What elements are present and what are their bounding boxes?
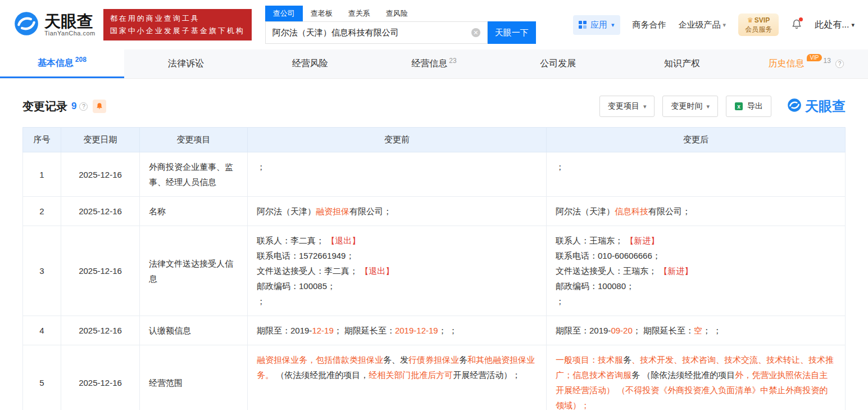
change-record-table: 序号 变更日期 变更项目 变更前 变更后 12025-12-16外商投资企业董事… bbox=[22, 127, 846, 410]
slogan-line-2: 国家中小企业发展子基金旗下机构 bbox=[110, 25, 245, 37]
filter-label: 变更时间 bbox=[671, 101, 702, 111]
row-before-cell: 联系人：李二真； 【退出】联系电话：1572661949；文件送达接受人：李二真… bbox=[248, 226, 547, 316]
section-title: 变更记录 bbox=[22, 99, 67, 114]
tab-history-info[interactable]: 历史信息 VIP 13 ? bbox=[744, 49, 868, 78]
chevron-down-icon: ▾ bbox=[723, 21, 726, 29]
row-after-cell: 期限至：2019-09-20； 期限延长至：空； ； bbox=[547, 316, 846, 345]
table-row: 32025-12-16法律文件送达接受人信息联系人：李二真； 【退出】联系电话：… bbox=[23, 226, 846, 316]
tab-label: 基本信息 bbox=[38, 57, 74, 69]
table-header-row: 序号 变更日期 变更项目 变更前 变更后 bbox=[23, 128, 846, 152]
crown-icon: ♛ bbox=[747, 16, 753, 24]
svip-member-badge[interactable]: ♛SVIP 会员服务 bbox=[738, 13, 779, 36]
row-date-cell: 2025-12-16 bbox=[61, 345, 140, 410]
tab-count: 208 bbox=[75, 56, 87, 64]
notification-bell[interactable] bbox=[791, 19, 802, 31]
chevron-down-icon: ▾ bbox=[643, 103, 647, 110]
row-index-cell: 2 bbox=[23, 197, 61, 226]
row-item-cell: 认缴额信息 bbox=[140, 316, 248, 345]
filter-change-time-button[interactable]: 变更时间 ▾ bbox=[662, 96, 718, 117]
tab-label: 历史信息 bbox=[768, 58, 804, 70]
tab-legal[interactable]: 法律诉讼 bbox=[124, 49, 248, 78]
svg-text:x: x bbox=[737, 103, 740, 110]
col-header-after: 变更后 bbox=[547, 128, 846, 152]
export-button[interactable]: x 导出 bbox=[726, 96, 771, 117]
tab-count: 23 bbox=[449, 57, 456, 65]
user-menu[interactable]: 此处有... ▾ bbox=[815, 19, 855, 31]
search-tab-company[interactable]: 查公司 bbox=[265, 6, 303, 21]
search-input-value: 阿尔法（天津）信息科技有限公司 bbox=[272, 28, 399, 38]
row-item-cell: 外商投资企业董事、监事、经理人员信息 bbox=[140, 152, 248, 197]
row-index-cell: 5 bbox=[23, 345, 61, 410]
cooperation-label: 商务合作 bbox=[633, 20, 666, 30]
logo-text-en: TianYanCha.com bbox=[44, 30, 96, 37]
section-actions: 变更项目 ▾ 变更时间 ▾ x 导出 天眼查 bbox=[599, 96, 846, 117]
row-before-cell: 阿尔法（天津）融资担保有限公司； bbox=[248, 197, 547, 226]
search-tab-boss[interactable]: 查老板 bbox=[303, 6, 340, 21]
tab-company-development[interactable]: 公司发展 bbox=[496, 49, 620, 78]
enterprise-label: 企业级产品 bbox=[679, 20, 721, 30]
table-row: 22025-12-16名称阿尔法（天津）融资担保有限公司；阿尔法（天津）信息科技… bbox=[23, 197, 846, 226]
search-tab-risk[interactable]: 查风险 bbox=[378, 6, 416, 21]
header-nav: 应用 ▾ 商务合作 企业级产品 ▾ ♛SVIP 会员服务 此处有... ▾ bbox=[573, 13, 855, 36]
tab-basic-info[interactable]: 基本信息 208 bbox=[0, 49, 124, 78]
section-count: 9 bbox=[71, 101, 76, 112]
tab-count: 13 bbox=[824, 57, 831, 65]
row-after-cell: 联系人：王瑞东； 【新进】联系电话：010-60606666；文件送达接受人：王… bbox=[547, 226, 846, 316]
tianyancha-logo[interactable]: 天眼查 TianYanCha.com bbox=[13, 11, 96, 39]
search-tab-relation[interactable]: 查关系 bbox=[340, 6, 378, 21]
help-icon[interactable]: ? bbox=[79, 102, 88, 111]
bell-icon bbox=[96, 102, 103, 110]
search-input[interactable]: 阿尔法（天津）信息科技有限公司 ✕ bbox=[265, 21, 488, 44]
row-item-cell: 经营范围 bbox=[140, 345, 248, 410]
search-area: 查公司 查老板 查关系 查风险 阿尔法（天津）信息科技有限公司 ✕ 天眼一下 bbox=[265, 6, 536, 44]
row-index-cell: 1 bbox=[23, 152, 61, 197]
tab-label: 经营风险 bbox=[292, 58, 328, 70]
logo-text-cn: 天眼查 bbox=[44, 13, 96, 30]
filter-change-item-button[interactable]: 变更项目 ▾ bbox=[599, 96, 655, 117]
row-index-cell: 4 bbox=[23, 316, 61, 345]
tab-label: 公司发展 bbox=[540, 58, 576, 70]
watermark-text: 天眼查 bbox=[805, 97, 846, 115]
filter-label: 变更项目 bbox=[608, 101, 639, 111]
tab-label: 法律诉讼 bbox=[168, 58, 204, 70]
vip-badge: VIP bbox=[807, 54, 821, 61]
col-header-date: 变更日期 bbox=[61, 128, 140, 152]
search-tabs: 查公司 查老板 查关系 查风险 bbox=[265, 6, 536, 21]
col-header-index: 序号 bbox=[23, 128, 61, 152]
nav-item-cooperation[interactable]: 商务合作 bbox=[633, 20, 666, 30]
chevron-down-icon: ▾ bbox=[851, 21, 855, 29]
apps-label: 应用 bbox=[590, 20, 607, 30]
tab-operating-info[interactable]: 经营信息 23 bbox=[372, 49, 496, 78]
tab-intellectual-property[interactable]: 知识产权 bbox=[620, 49, 744, 78]
tianyancha-logo-icon bbox=[787, 98, 802, 115]
apps-menu[interactable]: 应用 ▾ bbox=[573, 15, 620, 35]
row-after-cell: 阿尔法（天津）信息科技有限公司； bbox=[547, 197, 846, 226]
row-before-cell: ； bbox=[248, 152, 547, 197]
chevron-down-icon: ▾ bbox=[706, 103, 710, 110]
nav-item-enterprise[interactable]: 企业级产品 ▾ bbox=[679, 20, 726, 30]
chevron-down-icon: ▾ bbox=[611, 21, 615, 29]
col-header-item: 变更项目 bbox=[140, 128, 248, 152]
export-label: 导出 bbox=[747, 101, 763, 111]
clear-icon[interactable]: ✕ bbox=[471, 28, 480, 37]
slogan-line-1: 都在用的商业查询工具 bbox=[110, 12, 245, 25]
notification-dot bbox=[799, 17, 803, 21]
row-before-cell: 融资担保业务，包括借款类担保业务、发行债券担保业务和其他融资担保业务。 （依法须… bbox=[248, 345, 547, 410]
col-header-before: 变更前 bbox=[248, 128, 547, 152]
table-row: 12025-12-16外商投资企业董事、监事、经理人员信息；； bbox=[23, 152, 846, 197]
monitor-bell-button[interactable] bbox=[93, 100, 106, 113]
row-date-cell: 2025-12-16 bbox=[61, 197, 140, 226]
search-button[interactable]: 天眼一下 bbox=[488, 21, 536, 44]
tab-label: 知识产权 bbox=[664, 58, 700, 70]
row-after-cell: ； bbox=[547, 152, 846, 197]
row-date-cell: 2025-12-16 bbox=[61, 226, 140, 316]
row-item-cell: 法律文件送达接受人信息 bbox=[140, 226, 248, 316]
help-icon[interactable]: ? bbox=[835, 60, 844, 68]
row-before-cell: 期限至：2019-12-19； 期限延长至：2019-12-19； ； bbox=[248, 316, 547, 345]
table-row: 42025-12-16认缴额信息期限至：2019-12-19； 期限延长至：20… bbox=[23, 316, 846, 345]
row-date-cell: 2025-12-16 bbox=[61, 316, 140, 345]
tab-label: 经营信息 bbox=[411, 58, 447, 70]
company-section-tabbar: 基本信息 208 法律诉讼 经营风险 经营信息 23 公司发展 知识产权 历史信… bbox=[0, 49, 868, 79]
tab-operating-risk[interactable]: 经营风险 bbox=[248, 49, 372, 78]
username: 此处有... bbox=[815, 19, 849, 31]
